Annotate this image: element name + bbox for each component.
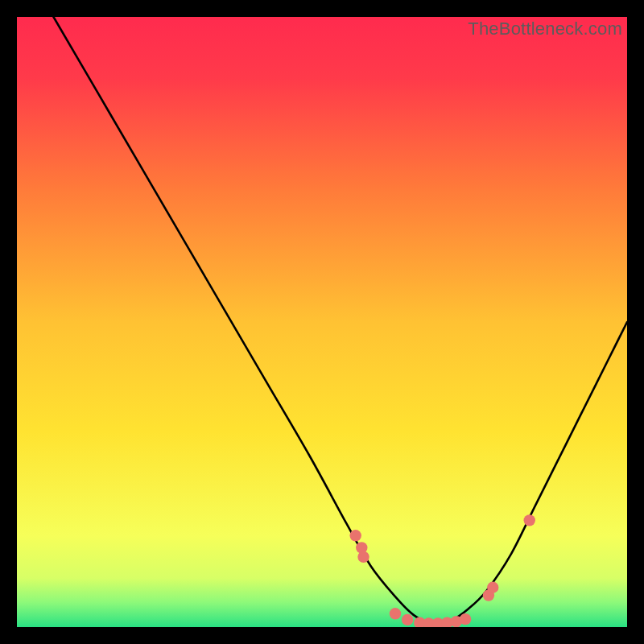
sample-point <box>357 551 369 563</box>
bottleneck-chart <box>17 17 627 627</box>
sample-point <box>402 614 413 625</box>
sample-point <box>487 582 498 593</box>
chart-frame: TheBottleneck.com <box>17 17 627 627</box>
watermark-text: TheBottleneck.com <box>468 19 622 39</box>
gradient-background <box>17 17 627 627</box>
sample-point <box>349 530 361 541</box>
sample-point <box>524 514 535 526</box>
sample-point <box>390 608 401 619</box>
sample-point <box>460 613 471 625</box>
